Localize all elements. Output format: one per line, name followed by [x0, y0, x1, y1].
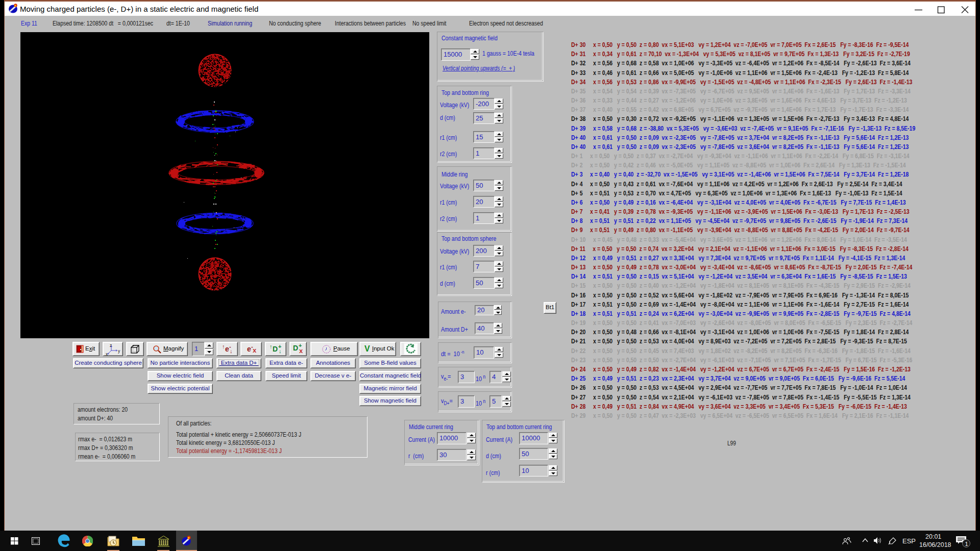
svg-text:1: 1 — [965, 541, 968, 547]
svg-text:z: z — [110, 343, 112, 348]
svg-text:y: y — [118, 348, 120, 354]
